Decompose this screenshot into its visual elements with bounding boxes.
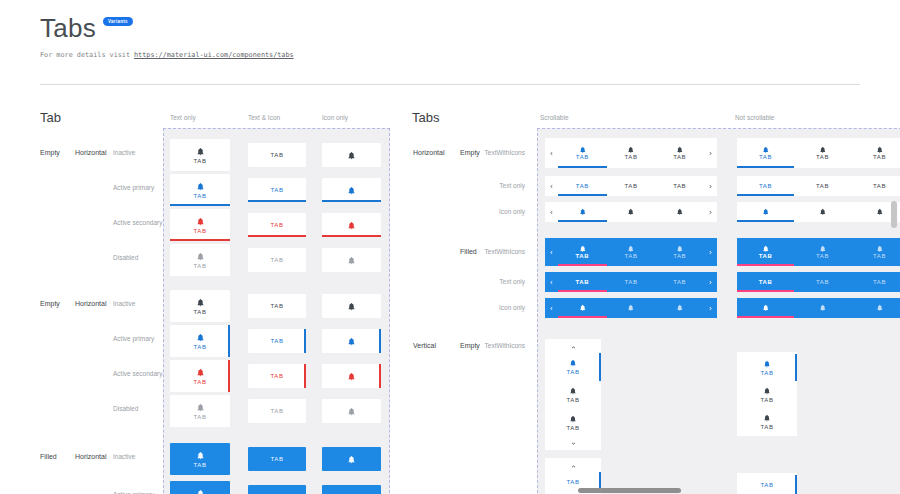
chevron-up-button[interactable] — [545, 460, 601, 472]
active-indicator — [737, 194, 794, 196]
tab[interactable]: TAB — [737, 138, 794, 168]
chevron-left-button[interactable] — [545, 238, 558, 266]
tab-label: TAB — [566, 369, 579, 375]
chevron-up-button[interactable] — [545, 341, 601, 353]
tab[interactable] — [558, 298, 607, 318]
bell-icon — [876, 146, 884, 154]
tab-label: TAB — [673, 279, 686, 285]
tab[interactable]: TAB — [737, 272, 794, 292]
tab[interactable]: TAB — [170, 395, 230, 427]
chevron-right-button[interactable] — [704, 272, 717, 292]
chevron-left-button[interactable] — [545, 202, 558, 222]
tab[interactable] — [607, 202, 656, 222]
tab[interactable]: TAB — [737, 354, 797, 381]
chevron-left-button[interactable] — [545, 138, 558, 168]
header-divider — [40, 84, 860, 85]
tab[interactable]: TAB — [737, 238, 794, 266]
subtitle-text: For more details visit — [40, 51, 130, 59]
chevron-right-button[interactable] — [704, 176, 717, 196]
chevron-left-button[interactable] — [545, 272, 558, 292]
chevron-right-button[interactable] — [704, 298, 717, 318]
chevron-left-button[interactable] — [545, 176, 558, 196]
tab[interactable] — [655, 202, 704, 222]
tab[interactable]: TAB — [607, 238, 656, 266]
tab[interactable] — [655, 298, 704, 318]
chevron-left-button[interactable] — [545, 298, 558, 318]
tab[interactable]: TAB — [794, 138, 851, 168]
tab-label: TAB — [873, 183, 886, 189]
chevron-right-button[interactable] — [704, 202, 717, 222]
tab[interactable]: TAB — [851, 176, 900, 196]
tab-label: TAB — [873, 253, 886, 259]
tab[interactable]: TAB — [737, 176, 794, 196]
active-indicator — [737, 220, 794, 222]
tab[interactable]: TAB — [737, 381, 797, 408]
tab[interactable]: TAB — [558, 238, 607, 266]
tab[interactable]: TAB — [170, 481, 230, 494]
tab[interactable]: TAB — [607, 272, 656, 292]
tab[interactable]: TAB — [558, 176, 607, 196]
not-scrollable-tab-bar — [737, 202, 900, 222]
horizontal-scrollbar-thumb[interactable] — [578, 488, 681, 493]
tab[interactable]: TAB — [737, 409, 797, 436]
tab[interactable]: TAB — [794, 272, 851, 292]
tab[interactable] — [322, 447, 381, 471]
tab[interactable]: TAB — [248, 364, 306, 388]
column-header-text-only: Text only — [170, 114, 196, 121]
chevron-left-icon — [548, 279, 555, 286]
tab[interactable]: TAB — [558, 138, 607, 168]
tab[interactable]: TAB — [607, 176, 656, 196]
tab[interactable]: TAB — [794, 176, 851, 196]
active-indicator — [558, 166, 607, 168]
active-indicator — [558, 290, 607, 292]
tab[interactable]: TAB — [558, 272, 607, 292]
right-tab-row: HorizontalEmptyTextWithIconsTABTABTABTAB… — [0, 138, 900, 168]
docs-link[interactable]: https://material-ui.com/components/tabs — [134, 51, 294, 59]
chevron-down-button[interactable] — [545, 437, 601, 449]
bell-icon — [676, 304, 684, 312]
tab-label: TAB — [575, 253, 589, 259]
tab[interactable]: TAB — [545, 353, 601, 381]
tab[interactable] — [737, 298, 794, 318]
tab[interactable] — [794, 298, 851, 318]
tab[interactable]: TAB — [170, 360, 230, 392]
bell-icon — [579, 245, 587, 253]
state-label: Disabled — [113, 405, 138, 412]
column-header-scrollable: Scrollable — [540, 114, 569, 121]
tab[interactable] — [322, 485, 381, 494]
tab[interactable] — [322, 399, 381, 423]
tab[interactable]: TAB — [607, 138, 656, 168]
tab[interactable]: TAB — [170, 443, 230, 475]
chevron-right-button[interactable] — [704, 138, 717, 168]
chevron-right-button[interactable] — [704, 238, 717, 266]
tab[interactable] — [322, 364, 381, 388]
tab[interactable]: TAB — [851, 272, 900, 292]
tab[interactable] — [794, 202, 851, 222]
tab[interactable]: TAB — [248, 399, 306, 423]
active-indicator — [737, 290, 794, 292]
tab[interactable] — [851, 298, 900, 318]
tab[interactable]: TAB — [655, 272, 704, 292]
active-indicator — [737, 264, 794, 266]
state-label: Active primary — [113, 335, 154, 342]
bell-icon — [569, 387, 577, 395]
tab[interactable]: TAB — [655, 138, 704, 168]
chevron-right-icon — [707, 279, 714, 286]
tab[interactable]: TAB — [545, 409, 601, 437]
bell-icon — [876, 245, 884, 253]
tab[interactable]: TAB — [655, 176, 704, 196]
tab[interactable]: TAB — [851, 238, 900, 266]
tab[interactable]: TAB — [655, 238, 704, 266]
tab[interactable] — [737, 202, 794, 222]
tab[interactable]: TAB — [794, 238, 851, 266]
tab[interactable]: TAB — [545, 381, 601, 409]
tab[interactable]: TAB — [851, 138, 900, 168]
tab[interactable]: TAB — [737, 475, 797, 494]
tab[interactable] — [607, 298, 656, 318]
vertical-scrollbar-thumb[interactable] — [891, 201, 897, 228]
tab[interactable]: TAB — [248, 485, 306, 494]
bell-icon — [627, 245, 635, 253]
tab[interactable] — [558, 202, 607, 222]
tab-label: TAB — [576, 183, 589, 189]
tab[interactable]: TAB — [248, 447, 306, 471]
